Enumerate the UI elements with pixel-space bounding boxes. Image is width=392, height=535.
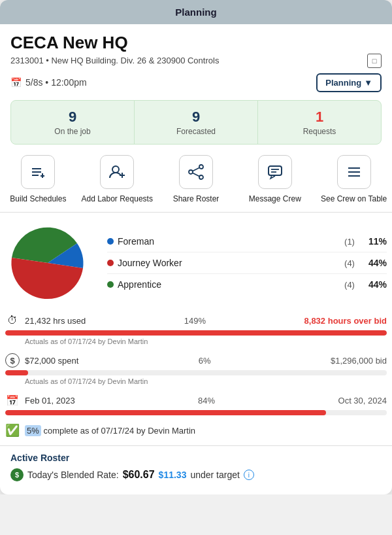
- hours-over-bid: 8,832 hours over bid: [304, 316, 387, 326]
- action-share-roster[interactable]: Share Roster: [160, 155, 232, 205]
- see-crew-table-icon: [337, 155, 371, 189]
- add-labor-icon: [100, 155, 134, 189]
- project-subtitle: 2313001 • New HQ Building. Div. 26 & 230…: [10, 56, 367, 65]
- svg-rect-13: [269, 166, 282, 175]
- spend-metric-top: $ $72,000 spent 6% $1,296,000 bid: [5, 353, 387, 368]
- journey-worker-name: Journey Worker: [118, 258, 336, 268]
- start-date: Feb 01, 2023: [25, 396, 75, 406]
- dates-metric-left: 📅 Feb 01, 2023: [5, 393, 75, 407]
- stats-bar: 9 On the job 9 Forecasted 1 Requests: [10, 100, 382, 145]
- spend-pct: 6%: [199, 356, 211, 366]
- chart-legend: Foreman (1) 11% Journey Worker (4) 44% A…: [107, 231, 387, 295]
- completion-row: ✅ 5% complete as of 07/17/24 by Devin Ma…: [5, 423, 387, 438]
- spend-icon: $: [5, 353, 20, 368]
- foreman-pct: 11%: [363, 236, 387, 247]
- info-icon[interactable]: i: [244, 470, 254, 480]
- planning-button[interactable]: Planning ▼: [316, 73, 382, 92]
- apprentice-name: Apprentice: [118, 279, 336, 290]
- hours-metric: ⏱ 21,432 hrs used 149% 8,832 hours over …: [5, 313, 387, 345]
- legend-journey-worker: Journey Worker (4) 44%: [107, 252, 387, 274]
- stat-requests-label: Requests: [262, 127, 377, 136]
- end-date: Oct 30, 2024: [338, 396, 387, 406]
- project-title: CECA New HQ: [10, 33, 382, 52]
- hours-progress-bg: [5, 330, 387, 336]
- header-bar: Planning: [0, 0, 392, 24]
- build-schedules-icon: [21, 155, 55, 189]
- date-value: 5/8s • 12:00pm: [25, 77, 87, 88]
- svg-point-9: [189, 170, 193, 174]
- divider-1: [0, 212, 392, 213]
- share-roster-label: Share Roster: [173, 194, 220, 205]
- project-subtitle-row: 2313001 • New HQ Building. Div. 26 & 230…: [10, 54, 382, 68]
- add-labor-label: Add Labor Requests: [81, 194, 152, 205]
- pie-chart: [5, 220, 97, 305]
- hours-used: 21,432 hrs used: [25, 316, 86, 326]
- journey-worker-dot: [107, 260, 114, 266]
- actions-row: Build Schedules Add Labor Requests: [0, 145, 392, 213]
- spend-metric-left: $ $72,000 spent: [5, 353, 78, 368]
- action-add-labor-requests[interactable]: Add Labor Requests: [81, 155, 153, 205]
- legend-foreman: Foreman (1) 11%: [107, 231, 387, 252]
- metrics-section: ⏱ 21,432 hrs used 149% 8,832 hours over …: [0, 313, 392, 445]
- completion-text: 5% complete as of 07/17/24 by Devin Mart…: [25, 426, 195, 436]
- planning-btn-label: Planning: [325, 78, 361, 88]
- action-see-crew-table[interactable]: See Crew on Table: [318, 155, 390, 205]
- svg-point-10: [199, 175, 203, 179]
- action-message-crew[interactable]: Message Crew: [239, 155, 311, 205]
- stat-forecasted-value: 9: [139, 109, 253, 126]
- stat-requests[interactable]: 1 Requests: [258, 101, 381, 144]
- blended-rate-row: $ Today's Blended Rate: $60.67 $11.33 un…: [10, 468, 382, 488]
- chat-icon[interactable]: □: [367, 54, 382, 68]
- foreman-name: Foreman: [118, 236, 336, 247]
- completion-pct: 5%: [25, 425, 41, 436]
- dates-progress-bg: [5, 410, 387, 415]
- stat-on-the-job-value: 9: [15, 109, 130, 126]
- under-target-label: under target: [190, 470, 240, 480]
- share-roster-icon: [179, 155, 213, 189]
- calendar-icon: 📅: [10, 77, 22, 88]
- foreman-count: (1): [340, 237, 359, 247]
- spend-amount: $72,000 spent: [25, 356, 78, 366]
- header-title: Planning: [175, 7, 216, 18]
- spend-sub: Actuals as of 07/17/24 by Devin Martin: [5, 377, 387, 385]
- chart-section: Foreman (1) 11% Journey Worker (4) 44% A…: [0, 220, 392, 313]
- foreman-dot: [107, 238, 114, 245]
- dates-metric-top: 📅 Feb 01, 2023 84% Oct 30, 2024: [5, 393, 387, 407]
- action-build-schedules[interactable]: Build Schedules: [2, 155, 74, 205]
- message-crew-label: Message Crew: [249, 194, 301, 205]
- active-roster-section: Active Roster $ Today's Blended Rate: $6…: [0, 445, 392, 494]
- hours-progress-fill: [5, 330, 387, 336]
- main-card: Planning CECA New HQ 2313001 • New HQ Bu…: [0, 0, 392, 494]
- svg-line-11: [193, 167, 199, 171]
- legend-apprentice: Apprentice (4) 44%: [107, 274, 387, 295]
- under-target-value: $11.33: [159, 470, 187, 480]
- stat-forecasted-label: Forecasted: [139, 127, 253, 136]
- blended-rate-value: $60.67: [123, 469, 155, 481]
- dates-icon: 📅: [5, 393, 20, 407]
- stat-on-the-job-label: On the job: [15, 127, 130, 136]
- svg-line-12: [193, 173, 199, 176]
- hours-sub: Actuals as of 07/17/24 by Devin Martin: [5, 337, 387, 345]
- see-crew-table-label: See Crew on Table: [321, 194, 387, 205]
- spend-progress-fill: [5, 370, 28, 375]
- dollar-circle-icon: $: [10, 468, 24, 481]
- svg-point-5: [112, 166, 119, 173]
- dates-pct: 84%: [198, 396, 215, 406]
- check-icon: ✅: [5, 423, 20, 438]
- hours-pct: 149%: [184, 316, 206, 326]
- spend-bid: $1,296,000 bid: [331, 356, 387, 366]
- hours-icon: ⏱: [5, 313, 20, 328]
- journey-worker-count: (4): [340, 258, 359, 268]
- hours-metric-left: ⏱ 21,432 hrs used: [5, 313, 86, 328]
- chevron-down-icon: ▼: [364, 78, 372, 88]
- apprentice-count: (4): [340, 280, 359, 290]
- svg-point-8: [199, 165, 203, 169]
- date-text: 📅 5/8s • 12:00pm: [10, 77, 87, 88]
- apprentice-pct: 44%: [363, 279, 387, 290]
- blended-label: Today's Blended Rate:: [27, 470, 119, 480]
- dates-metric: 📅 Feb 01, 2023 84% Oct 30, 2024: [5, 393, 387, 415]
- stat-on-the-job[interactable]: 9 On the job: [11, 101, 135, 144]
- journey-worker-pct: 44%: [363, 258, 387, 268]
- stat-forecasted[interactable]: 9 Forecasted: [135, 101, 258, 144]
- apprentice-dot: [107, 281, 114, 288]
